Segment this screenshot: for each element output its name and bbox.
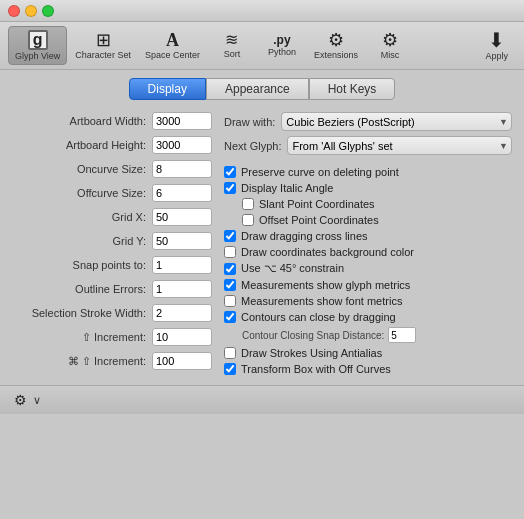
toolbar-space-center[interactable]: A Space Center: [139, 28, 206, 63]
slant-point-label: Slant Point Coordinates: [259, 198, 375, 210]
measurements-glyph-row: Measurements show glyph metrics: [224, 279, 512, 291]
use-45-checkbox[interactable]: [224, 263, 236, 275]
draw-with-dropdown-wrapper: Cubic Beziers (PostScript) Quadratic Bez…: [281, 112, 512, 131]
contours-close-checkbox[interactable]: [224, 311, 236, 323]
maximize-button[interactable]: [42, 5, 54, 17]
offcurve-size-row: Offcurve Size:: [12, 184, 212, 202]
oncurve-size-row: Oncurve Size:: [12, 160, 212, 178]
sort-label: Sort: [224, 49, 241, 59]
grid-y-input[interactable]: [152, 232, 212, 250]
display-italic-row: Display Italic Angle: [224, 182, 512, 194]
character-set-label: Character Set: [75, 50, 131, 60]
close-button[interactable]: [8, 5, 20, 17]
transform-box-label: Transform Box with Off Curves: [241, 363, 391, 375]
draw-dragging-checkbox[interactable]: [224, 230, 236, 242]
extensions-label: Extensions: [314, 50, 358, 60]
toolbar-sort[interactable]: ≋ Sort: [208, 29, 256, 62]
offset-point-checkbox[interactable]: [242, 214, 254, 226]
offcurve-size-input[interactable]: [152, 184, 212, 202]
shift-increment-input[interactable]: [152, 328, 212, 346]
minimize-button[interactable]: [25, 5, 37, 17]
sort-icon: ≋: [225, 32, 238, 48]
snap-distance-row: Contour Closing Snap Distance:: [242, 327, 512, 343]
toolbar-python[interactable]: .py Python: [258, 31, 306, 60]
misc-label: Misc: [381, 50, 400, 60]
python-label: Python: [268, 47, 296, 57]
artboard-height-input[interactable]: [152, 136, 212, 154]
display-italic-label: Display Italic Angle: [241, 182, 333, 194]
toolbar-character-set[interactable]: ⊞ Character Set: [69, 28, 137, 63]
tab-appearance[interactable]: Appearance: [206, 78, 309, 100]
character-set-icon: ⊞: [96, 31, 111, 49]
draw-strokes-row: Draw Strokes Using Antialias: [224, 347, 512, 359]
contours-close-label: Contours can close by dragging: [241, 311, 396, 323]
grid-y-label: Grid Y:: [113, 235, 146, 247]
tab-bar: Display Appearance Hot Keys: [0, 70, 524, 106]
shift-increment-label: ⇧ Increment:: [82, 331, 146, 344]
grid-x-row: Grid X:: [12, 208, 212, 226]
transform-box-checkbox[interactable]: [224, 363, 236, 375]
tab-hot-keys[interactable]: Hot Keys: [309, 78, 396, 100]
cmd-shift-increment-row: ⌘ ⇧ Increment:: [12, 352, 212, 370]
python-icon: .py: [273, 34, 290, 46]
draw-with-select[interactable]: Cubic Beziers (PostScript) Quadratic Bez…: [281, 112, 512, 131]
draw-strokes-label: Draw Strokes Using Antialias: [241, 347, 382, 359]
contours-close-row: Contours can close by dragging: [224, 311, 512, 323]
snap-points-row: Snap points to:: [12, 256, 212, 274]
selection-stroke-label: Selection Stroke Width:: [32, 307, 146, 319]
slant-point-checkbox[interactable]: [242, 198, 254, 210]
settings-gear-icon[interactable]: ⚙: [10, 390, 31, 410]
artboard-height-label: Artboard Height:: [66, 139, 146, 151]
traffic-lights: [8, 5, 54, 17]
draw-strokes-checkbox[interactable]: [224, 347, 236, 359]
grid-x-input[interactable]: [152, 208, 212, 226]
snap-points-input[interactable]: [152, 256, 212, 274]
cmd-shift-increment-label: ⌘ ⇧ Increment:: [68, 355, 146, 368]
artboard-width-input[interactable]: [152, 112, 212, 130]
outline-errors-label: Outline Errors:: [75, 283, 146, 295]
use-45-label: Use ⌥ 45° constrain: [241, 262, 344, 275]
cmd-shift-increment-input[interactable]: [152, 352, 212, 370]
grid-x-label: Grid X:: [112, 211, 146, 223]
draw-coordinates-bg-label: Draw coordinates background color: [241, 246, 414, 258]
display-italic-checkbox[interactable]: [224, 182, 236, 194]
toolbar: g Glyph View ⊞ Character Set A Space Cen…: [0, 22, 524, 70]
next-glyph-row: Next Glyph: From 'All Glyphs' set From c…: [224, 136, 512, 155]
measurements-glyph-checkbox[interactable]: [224, 279, 236, 291]
bottom-dropdown[interactable]: ∨: [33, 394, 41, 407]
bottom-bar: ⚙ ∨: [0, 385, 524, 414]
apply-label: Apply: [485, 51, 508, 61]
selection-stroke-input[interactable]: [152, 304, 212, 322]
next-glyph-dropdown-wrapper: From 'All Glyphs' set From current set ▼: [287, 136, 512, 155]
toolbar-misc[interactable]: ⚙ Misc: [366, 28, 414, 63]
right-panel: Draw with: Cubic Beziers (PostScript) Qu…: [224, 112, 512, 379]
outline-errors-row: Outline Errors:: [12, 280, 212, 298]
draw-dragging-label: Draw dragging cross lines: [241, 230, 368, 242]
use-45-row: Use ⌥ 45° constrain: [224, 262, 512, 275]
draw-coordinates-bg-checkbox[interactable]: [224, 246, 236, 258]
oncurve-size-label: Oncurve Size:: [77, 163, 146, 175]
space-center-label: Space Center: [145, 50, 200, 60]
draw-coordinates-bg-row: Draw coordinates background color: [224, 246, 512, 258]
draw-dragging-row: Draw dragging cross lines: [224, 230, 512, 242]
glyph-view-icon: g: [28, 30, 48, 50]
next-glyph-select[interactable]: From 'All Glyphs' set From current set: [287, 136, 512, 155]
toolbar-glyph-view[interactable]: g Glyph View: [8, 26, 67, 65]
offcurve-size-label: Offcurve Size:: [77, 187, 146, 199]
toolbar-apply[interactable]: ⬇ Apply: [477, 27, 516, 64]
outline-errors-input[interactable]: [152, 280, 212, 298]
preserve-curve-checkbox[interactable]: [224, 166, 236, 178]
preserve-curve-row: Preserve curve on deleting point: [224, 166, 512, 178]
draw-with-label: Draw with:: [224, 116, 275, 128]
toolbar-extensions[interactable]: ⚙ Extensions: [308, 28, 364, 63]
offset-point-label: Offset Point Coordinates: [259, 214, 379, 226]
left-panel: Artboard Width: Artboard Height: Oncurve…: [12, 112, 212, 379]
snap-distance-input[interactable]: [388, 327, 416, 343]
preserve-curve-label: Preserve curve on deleting point: [241, 166, 399, 178]
tab-display[interactable]: Display: [129, 78, 206, 100]
measurements-font-checkbox[interactable]: [224, 295, 236, 307]
snap-points-label: Snap points to:: [73, 259, 146, 271]
oncurve-size-input[interactable]: [152, 160, 212, 178]
shift-increment-row: ⇧ Increment:: [12, 328, 212, 346]
measurements-glyph-label: Measurements show glyph metrics: [241, 279, 410, 291]
